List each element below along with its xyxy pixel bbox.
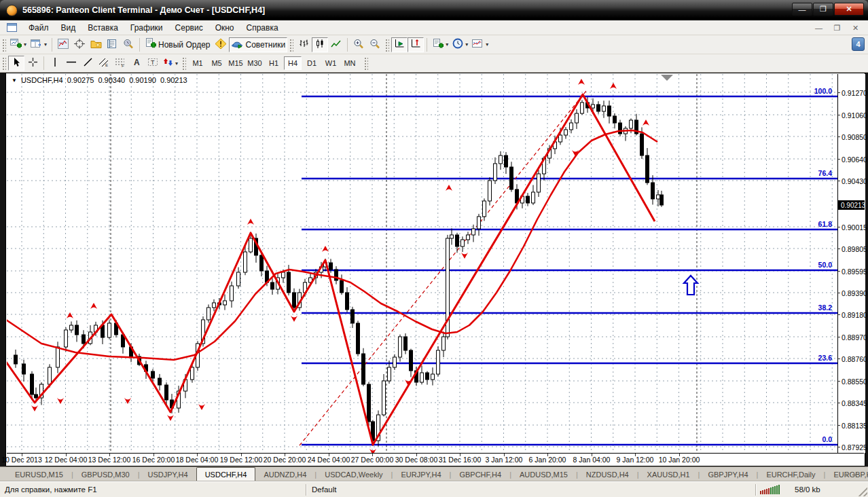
trendline-tool-button[interactable]	[79, 56, 96, 71]
mailbox-badge[interactable]: 4	[852, 37, 865, 51]
chart-window-icon[interactable]	[7, 23, 17, 32]
alerts-button[interactable]	[213, 37, 229, 52]
menu-item-2[interactable]: Вставка	[82, 21, 124, 35]
status-bar: Для справки, нажмите F1 Default 58/0 kb	[0, 481, 868, 497]
resize-grip-icon[interactable]	[856, 485, 867, 496]
toolbar-grip[interactable]	[181, 56, 186, 70]
favorites-button[interactable]	[88, 37, 104, 52]
menu-item-0[interactable]: Файл	[22, 21, 55, 35]
timeframe-mn[interactable]: MN	[341, 56, 359, 70]
title-bar[interactable]: 565896: Panteon Client Terminal - Демо С…	[0, 0, 868, 20]
cursor-tool-button[interactable]	[8, 56, 24, 71]
chart-canvas[interactable]: 100.076.461.850.038.223.60.0	[7, 74, 837, 453]
target-icon	[74, 39, 85, 51]
status-profile[interactable]: Default	[312, 482, 336, 497]
chart-plot[interactable]: 100.076.461.850.038.223.60.0 ▼ USDCHF,H4…	[7, 74, 837, 453]
svg-text:0.0: 0.0	[822, 435, 832, 443]
line-chart-mode-button[interactable]	[328, 37, 344, 52]
history-search-button[interactable]	[120, 37, 137, 52]
timeframe-d1[interactable]: D1	[303, 56, 321, 70]
timeframe-h4[interactable]: H4	[284, 56, 302, 70]
timeframe-w1[interactable]: W1	[322, 56, 340, 70]
price-tick	[838, 403, 840, 403]
mdi-minimize-button[interactable]: —	[810, 22, 827, 34]
crosshair-target-button[interactable]	[71, 37, 88, 52]
tab-scroll-arrows[interactable]: ◄►	[842, 471, 863, 478]
market-watch-button[interactable]	[104, 37, 120, 52]
chart-tab-eurchf[interactable]: EURCHF,Daily	[758, 468, 823, 481]
fibonacci-tool-button[interactable]: F	[112, 56, 128, 71]
channel-icon: E	[98, 57, 109, 69]
trendline-icon	[83, 57, 93, 69]
toolbar-grip[interactable]	[1, 56, 6, 70]
timeframe-h1[interactable]: H1	[265, 56, 283, 70]
timeframe-m15[interactable]: M15	[227, 56, 245, 70]
arrows-tool-button[interactable]: ▾	[161, 56, 180, 71]
templates-button[interactable]: ▾	[430, 37, 450, 52]
chart-tab-usdcad[interactable]: USDCAD,Weekly	[317, 468, 391, 481]
text-tool-button[interactable]: A	[128, 56, 145, 71]
price-label: 0.89805	[842, 245, 867, 253]
chart-tab-nzdusd[interactable]: NZDUSD,H4	[578, 468, 637, 481]
time-label: 13 Dec 12:00	[88, 456, 130, 464]
toolbar-grip[interactable]	[1, 38, 6, 52]
candlestick-mode-button[interactable]	[312, 37, 328, 52]
toolbar-grip[interactable]	[363, 56, 368, 70]
window-title: 565896: Panteon Client Terminal - Демо С…	[22, 5, 265, 15]
timeframe-m30[interactable]: M30	[246, 56, 264, 70]
vertical-line-tool-button[interactable]	[47, 56, 63, 71]
chart-tab-gbpjpy[interactable]: GBPJPY,H4	[700, 468, 756, 481]
zoom-in-button[interactable]	[350, 37, 367, 52]
crosshair-tool-button[interactable]	[24, 56, 41, 71]
timeframe-m1[interactable]: M1	[189, 56, 206, 70]
channel-tool-button[interactable]: E	[96, 56, 112, 71]
auto-scroll-button[interactable]	[391, 37, 408, 52]
new-chart-button[interactable]: ▾	[8, 37, 29, 52]
chart-tab-usdjpy[interactable]: USDJPY,H4	[140, 468, 196, 481]
menu-item-4[interactable]: Сервис	[169, 21, 209, 35]
menu-item-5[interactable]: Окно	[209, 21, 240, 35]
price-label: 0.88345	[842, 399, 867, 407]
maximize-button[interactable]: ❐	[813, 3, 833, 16]
horizontal-line-tool-button[interactable]	[63, 56, 79, 71]
new-order-icon	[145, 38, 156, 51]
crosshair-icon	[28, 57, 38, 69]
price-axis[interactable]: 0.912700.910600.908500.906400.904300.902…	[837, 74, 865, 453]
text-label-tool-button[interactable]: T	[145, 56, 161, 71]
profiles-icon	[31, 39, 42, 51]
profiles-button[interactable]: ▾	[29, 37, 49, 52]
chart-tab-eurjpy[interactable]: EURJPY,H4	[393, 468, 449, 481]
price-label: 0.87925	[842, 443, 867, 452]
indicators-button[interactable]: ▾	[470, 37, 490, 52]
time-label: 18 Dec 04:00	[176, 456, 218, 464]
chart-tab-usdchf[interactable]: USDCHF,H4	[196, 467, 256, 481]
menu-item-3[interactable]: Графики	[124, 21, 169, 35]
mdi-close-button[interactable]: ✕	[847, 22, 864, 34]
bar-chart-mode-button[interactable]	[295, 37, 312, 52]
expert-advisors-button[interactable]: Советники	[229, 37, 288, 52]
chart-tab-audnzd[interactable]: AUDNZD,H4	[255, 468, 314, 481]
time-axis[interactable]: 10 Dec 201312 Dec 04:0013 Dec 12:0016 De…	[7, 453, 864, 466]
menu-item-6[interactable]: Справка	[240, 21, 285, 35]
chart-shift-button[interactable]	[408, 37, 424, 52]
tick-chart-button[interactable]	[55, 37, 71, 52]
toolbar-grip[interactable]	[384, 38, 389, 52]
menu-item-1[interactable]: Вид	[55, 21, 82, 35]
symbol-dropdown-icon[interactable]: ▼	[12, 77, 17, 84]
price-tick	[838, 293, 840, 293]
chart-tab-audusd[interactable]: AUDUSD,M15	[511, 468, 576, 481]
new-order-button[interactable]: Новый Ордер	[143, 37, 212, 52]
timeframe-m5[interactable]: M5	[208, 56, 225, 70]
chart-tab-xauusd[interactable]: XAUUSD,H1	[639, 468, 698, 481]
periods-button[interactable]: ▾	[450, 37, 470, 52]
chart-tab-eurusd[interactable]: EURUSD,M15	[7, 468, 71, 481]
price-tick	[838, 181, 840, 181]
text-icon: A	[132, 57, 141, 69]
minimize-button[interactable]: —	[792, 3, 812, 16]
close-button[interactable]: ✕	[834, 3, 864, 16]
chart-tab-gbpusd[interactable]: GBPUSD,M30	[73, 468, 138, 481]
toolbar-grip[interactable]	[289, 38, 293, 52]
mdi-restore-button[interactable]: ❐	[829, 22, 846, 34]
chart-tab-gbpchf[interactable]: GBPCHF,H4	[451, 468, 509, 481]
zoom-out-button[interactable]	[367, 37, 383, 52]
